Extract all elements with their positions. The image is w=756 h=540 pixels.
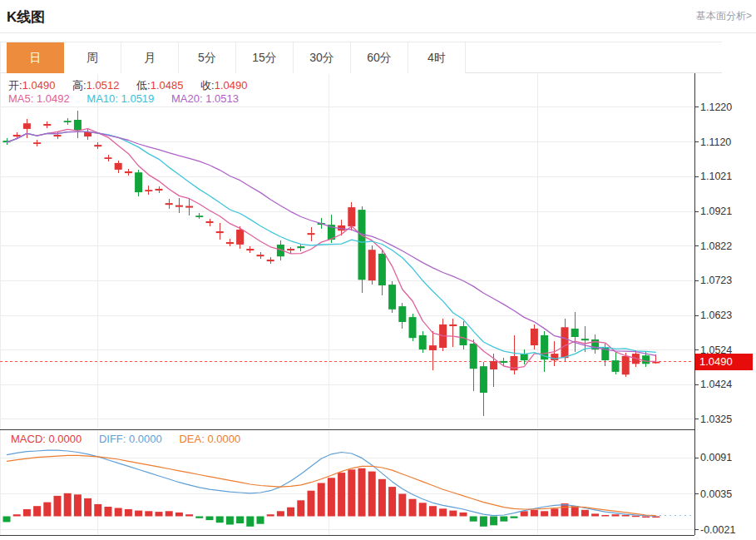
- tab-monthly[interactable]: 月: [121, 42, 179, 73]
- macd-bar: [439, 508, 447, 516]
- candle-body: [94, 145, 101, 146]
- macd-bar: [642, 517, 650, 518]
- macd-bar: [308, 491, 315, 517]
- macd-bar: [13, 514, 21, 516]
- period-tabbar: 日 周 月 5分 15分 30分 60分 4时: [0, 42, 722, 73]
- candle-body: [511, 356, 518, 370]
- candle-body: [460, 326, 467, 345]
- macd-bar: [500, 517, 507, 522]
- axis-label: -0.0021: [700, 524, 735, 536]
- ma10-line: [7, 131, 656, 359]
- tab-30min[interactable]: 30分: [294, 42, 351, 73]
- macd-value: MACD: 0.0000: [11, 433, 82, 445]
- candle-body: [490, 361, 497, 369]
- macd-bar: [216, 517, 224, 523]
- candle-body: [297, 246, 304, 248]
- macd-bar: [521, 511, 528, 516]
- high-value: 高:1.0512: [72, 79, 119, 92]
- ma-legend: MA5: 1.0492 MA10: 1.0519 MA20: 1.0513: [8, 92, 253, 105]
- candle-body: [105, 157, 112, 159]
- macd-bar: [378, 479, 386, 517]
- macd-bar: [23, 509, 31, 517]
- macd-bar: [348, 469, 355, 516]
- tab-weekly[interactable]: 周: [64, 42, 121, 73]
- candle-body: [328, 225, 335, 240]
- macd-bar: [166, 511, 173, 516]
- ma10-value: MA10: 1.0519: [86, 92, 154, 105]
- candle-body: [388, 285, 396, 310]
- diff-value: DIFF: 0.0000: [99, 433, 162, 445]
- candle-body: [480, 366, 487, 393]
- close-value: 收:1.0490: [200, 79, 247, 92]
- macd-bar: [511, 517, 518, 518]
- macd-bar: [54, 496, 62, 517]
- macd-bar: [125, 509, 132, 517]
- ma5-value: MA5: 1.0492: [8, 92, 70, 105]
- macd-bar: [622, 515, 630, 517]
- axis-label: 1.0623: [700, 310, 732, 321]
- ma20-line: [7, 131, 656, 355]
- candle-body: [195, 216, 203, 217]
- candle-body: [419, 335, 427, 349]
- macd-bar: [398, 494, 406, 517]
- candle-body: [287, 249, 294, 250]
- macd-bar: [318, 483, 325, 517]
- macd-bar: [652, 517, 660, 518]
- candle-body: [3, 141, 11, 142]
- candle-body: [206, 221, 214, 223]
- candle-body: [185, 206, 193, 208]
- macd-bar: [267, 514, 274, 516]
- macd-bar: [156, 512, 163, 516]
- candle-body: [236, 230, 244, 245]
- macd-bar: [531, 510, 538, 517]
- candle-body: [135, 172, 142, 192]
- candle-body: [64, 121, 72, 122]
- macd-bar: [368, 472, 376, 517]
- candle-body: [409, 317, 417, 338]
- tab-60min[interactable]: 60分: [351, 42, 408, 73]
- macd-bar: [135, 511, 142, 517]
- candle-body: [561, 327, 569, 358]
- macd-bar: [561, 503, 569, 516]
- macd-bar: [551, 508, 558, 516]
- kline-widget: 1.12201.11201.10211.09211.08221.07231.06…: [0, 0, 756, 540]
- macd-bar: [601, 515, 609, 517]
- tab-daily[interactable]: 日: [7, 42, 64, 73]
- tab-5min[interactable]: 5分: [179, 42, 236, 73]
- macd-bar: [358, 468, 366, 517]
- macd-bar: [632, 516, 640, 518]
- candle-body: [13, 135, 21, 136]
- open-value: 开:1.0490: [8, 79, 55, 92]
- candle-body: [642, 355, 650, 364]
- macd-bar: [185, 514, 193, 516]
- candle-body: [348, 207, 355, 226]
- macd-bar: [612, 514, 620, 516]
- macd-bar: [3, 517, 11, 523]
- axis-label: 1.0325: [700, 414, 732, 425]
- page-title: K线图: [7, 7, 45, 27]
- candle-body: [308, 233, 315, 235]
- macd-bar: [338, 473, 345, 516]
- tab-15min[interactable]: 15分: [236, 42, 294, 73]
- ma20-value: MA20: 1.0513: [171, 92, 239, 105]
- tab-4hour[interactable]: 4时: [408, 42, 466, 73]
- candle-body: [652, 362, 660, 364]
- macd-bar: [429, 506, 437, 516]
- macd-bar: [460, 513, 467, 517]
- candle-body: [257, 255, 264, 256]
- fundamental-analysis-link[interactable]: 基本面分析>: [696, 9, 752, 23]
- macd-bar: [591, 513, 599, 516]
- macd-bar: [297, 500, 304, 516]
- candle-body: [541, 335, 548, 359]
- candle-body: [175, 206, 183, 207]
- macd-bar: [84, 498, 91, 517]
- macd-bar: [419, 503, 427, 516]
- candle-body: [368, 250, 376, 280]
- candle-body: [43, 124, 51, 126]
- candle-body: [591, 339, 599, 349]
- macd-bar: [43, 503, 51, 517]
- macd-bar: [175, 513, 183, 517]
- macd-bar: [328, 478, 335, 516]
- candle-body: [338, 225, 345, 230]
- axis-label: 1.0723: [700, 275, 732, 286]
